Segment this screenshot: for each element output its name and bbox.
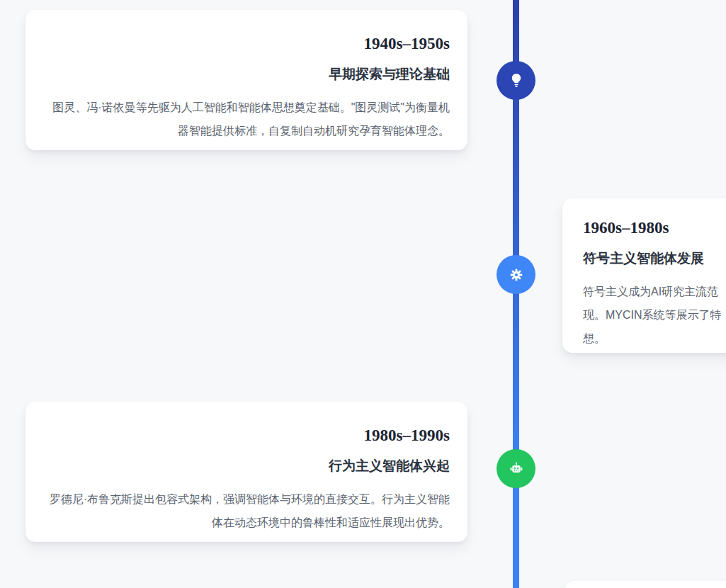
timeline-node-1940s bbox=[497, 61, 535, 100]
card-description: 罗德尼·布鲁克斯提出包容式架构，强调智能体与环境的直接交互。行为主义智能体在动态… bbox=[44, 487, 450, 534]
card-title: 符号主义智能体发展 bbox=[583, 250, 726, 267]
lightbulb-icon bbox=[507, 72, 526, 90]
timeline-node-1960s bbox=[497, 255, 535, 294]
period-label: 1980s–1990s bbox=[44, 426, 450, 446]
description-line: 现。MYCIN系统等展示了特 bbox=[583, 303, 726, 327]
period-label: 1960s–1980s bbox=[583, 218, 726, 238]
card-title: 早期探索与理论基础 bbox=[44, 66, 450, 83]
timeline-card-1940s: 1940s–1950s 早期探索与理论基础 图灵、冯·诺依曼等先驱为人工智能和智… bbox=[25, 10, 467, 150]
card-title: 行为主义智能体兴起 bbox=[44, 458, 450, 475]
description-line: 想。 bbox=[583, 327, 726, 350]
robot-icon bbox=[507, 460, 526, 478]
period-label: 1940s–1950s bbox=[44, 34, 450, 54]
description-line: 符号主义成为AI研究主流范 bbox=[583, 280, 726, 303]
timeline-card-1980s: 1980s–1990s 行为主义智能体兴起 罗德尼·布鲁克斯提出包容式架构，强调… bbox=[25, 402, 467, 542]
timeline-card-partial bbox=[565, 581, 726, 588]
card-description: 符号主义成为AI研究主流范 现。MYCIN系统等展示了特 想。 bbox=[583, 280, 726, 350]
timeline-node-1980s bbox=[497, 449, 535, 488]
card-description: 图灵、冯·诺依曼等先驱为人工智能和智能体思想奠定基础。"图灵测试"为衡量机器智能… bbox=[44, 96, 450, 142]
timeline-card-1960s: 1960s–1980s 符号主义智能体发展 符号主义成为AI研究主流范 现。MY… bbox=[562, 198, 726, 353]
gear-icon bbox=[507, 266, 526, 284]
